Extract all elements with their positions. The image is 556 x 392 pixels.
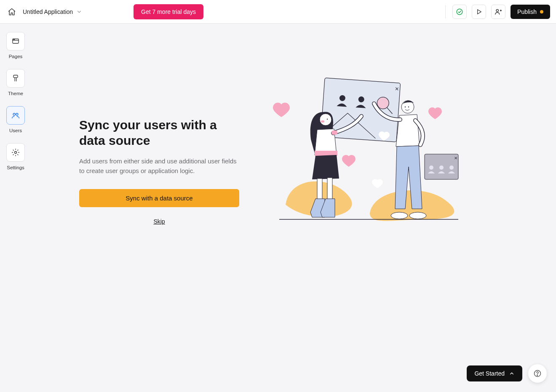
app-header: Untitled Application Get 7 more trial da… <box>0 0 556 24</box>
pages-icon <box>11 37 20 45</box>
app-title: Untitled Application <box>23 8 73 15</box>
status-button[interactable] <box>452 5 467 19</box>
users-icon <box>11 111 20 120</box>
svg-point-36 <box>409 212 426 219</box>
chevron-down-icon <box>76 9 82 15</box>
skip-link[interactable]: Skip <box>79 218 239 225</box>
hero-section: Sync your users with a data source Add u… <box>31 24 556 226</box>
sidebar-item-users[interactable]: Users <box>6 106 25 133</box>
sync-button[interactable]: Sync with a data source <box>79 189 239 207</box>
sidebar-item-settings[interactable]: Settings <box>6 143 25 170</box>
svg-point-2 <box>496 9 498 11</box>
sidebar-item-label: Pages <box>9 54 23 59</box>
svg-rect-28 <box>315 151 337 156</box>
theme-icon <box>11 74 20 83</box>
user-plus-icon <box>495 8 502 16</box>
floating-actions: Get Started <box>467 364 547 383</box>
svg-marker-1 <box>478 9 481 14</box>
header-separator <box>445 5 446 19</box>
hero-text: Sync your users with a data source Add u… <box>79 117 239 225</box>
sidebar-item-theme[interactable]: Theme <box>6 69 25 96</box>
add-user-button[interactable] <box>491 5 505 19</box>
page-title: Sync your users with a data source <box>79 117 239 149</box>
svg-point-8 <box>14 39 15 40</box>
preview-button[interactable] <box>472 5 486 19</box>
sidebar-item-label: Theme <box>8 91 23 96</box>
settings-icon-box <box>6 143 25 162</box>
svg-point-33 <box>405 107 406 107</box>
svg-point-22 <box>429 165 433 170</box>
main-layout: Pages Theme Users Settings Sync your use… <box>0 24 556 392</box>
sidebar-item-label: Settings <box>7 165 24 170</box>
svg-rect-31 <box>331 131 337 135</box>
svg-point-12 <box>15 152 17 154</box>
svg-point-23 <box>439 165 444 170</box>
sidebar: Pages Theme Users Settings <box>0 24 31 392</box>
chevron-up-icon <box>509 371 515 376</box>
svg-point-34 <box>408 107 409 107</box>
users-icon-box <box>6 106 25 125</box>
svg-point-11 <box>16 113 18 115</box>
help-icon <box>533 369 542 378</box>
publish-button[interactable]: Publish <box>511 5 550 19</box>
svg-rect-9 <box>13 75 18 78</box>
publish-status-dot <box>540 10 543 13</box>
svg-point-35 <box>391 212 408 219</box>
home-button[interactable] <box>6 6 18 18</box>
app-title-dropdown[interactable]: Untitled Application <box>23 8 82 15</box>
svg-point-25 <box>320 114 331 125</box>
sidebar-item-pages[interactable]: Pages <box>6 32 25 59</box>
svg-point-24 <box>449 165 454 170</box>
play-icon <box>476 8 482 15</box>
sidebar-item-label: Users <box>9 128 22 133</box>
trial-button[interactable]: Get 7 more trial days <box>134 4 203 19</box>
theme-icon-box <box>6 69 25 88</box>
help-button[interactable] <box>528 364 547 383</box>
svg-point-26 <box>327 119 328 120</box>
svg-point-0 <box>457 9 462 15</box>
settings-icon <box>11 148 20 157</box>
check-circle-icon <box>456 8 463 16</box>
publish-label: Publish <box>517 8 537 15</box>
illustration-svg: ✕ ✕ <box>265 74 462 226</box>
home-icon <box>8 8 16 16</box>
svg-point-38 <box>537 375 538 376</box>
svg-rect-27 <box>321 120 324 123</box>
page-description: Add users from either side and use addit… <box>79 156 239 176</box>
svg-point-10 <box>13 113 15 115</box>
get-started-button[interactable]: Get Started <box>467 365 522 381</box>
hero-illustration: ✕ ✕ <box>265 74 462 226</box>
svg-point-32 <box>401 101 414 113</box>
main-content: Sync your users with a data source Add u… <box>31 24 556 392</box>
svg-rect-30 <box>327 178 332 200</box>
svg-rect-29 <box>317 179 322 200</box>
pages-icon-box <box>6 32 25 51</box>
svg-text:✕: ✕ <box>395 86 399 92</box>
get-started-label: Get Started <box>474 370 505 377</box>
svg-text:✕: ✕ <box>454 156 457 160</box>
svg-point-7 <box>13 39 14 40</box>
